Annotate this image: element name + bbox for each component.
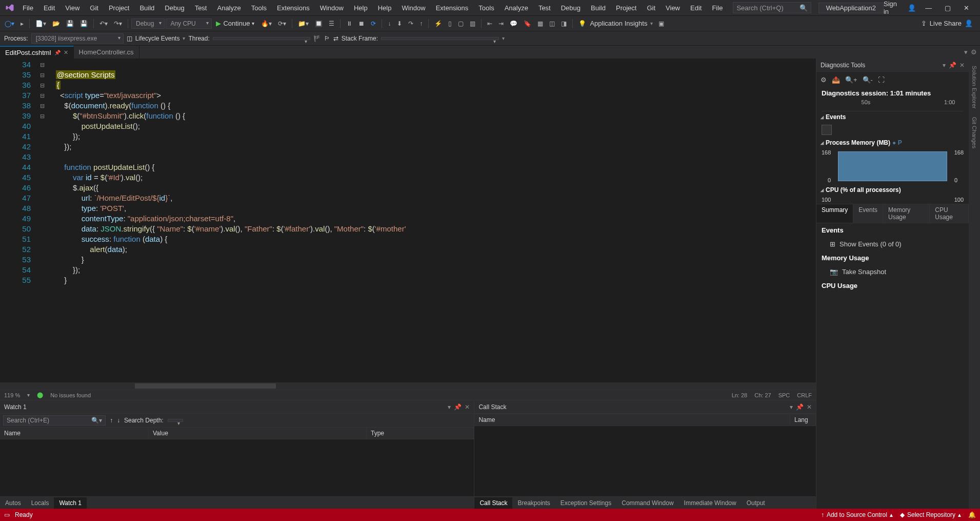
memory-chart[interactable]: 168 168 0 0 [822, 149, 964, 183]
menu-edit[interactable]: Edit [685, 1, 707, 15]
code-content[interactable]: @section Scripts { <script type="text/ja… [47, 59, 816, 382]
bottom-tab-immediate-window[interactable]: Immediate Window [679, 497, 742, 509]
menu-project[interactable]: Project [611, 1, 642, 15]
menu-analyze[interactable]: Analyze [212, 1, 246, 15]
menu-test[interactable]: Test [533, 1, 556, 15]
menu-build[interactable]: Build [134, 1, 159, 15]
config-dropdown[interactable]: Debug [131, 18, 165, 29]
pause-icon[interactable]: ⏸ [344, 18, 355, 29]
col-type[interactable]: Type [367, 428, 474, 439]
step-into-icon[interactable]: ⬇ [394, 18, 405, 29]
diag-tab-memory-usage[interactable]: Memory Usage [883, 204, 930, 223]
bottom-tab-exception-settings[interactable]: Exception Settings [555, 497, 616, 509]
line-ending[interactable]: CRLF [797, 392, 812, 398]
panel-close-icon[interactable]: ✕ [807, 403, 812, 411]
menu-tools[interactable]: Tools [473, 1, 499, 15]
panel-pin-icon[interactable]: 📌 [454, 403, 462, 411]
tb-icon-9[interactable]: ◨ [558, 18, 569, 29]
new-project-icon[interactable]: 📄▾ [33, 18, 49, 29]
tb-icon-7[interactable]: ▦ [535, 18, 546, 29]
continue-button[interactable]: ▶Continue▾ [213, 18, 257, 28]
panel-close-icon[interactable]: ✕ [959, 62, 965, 69]
redo-icon[interactable]: ↷▾ [111, 18, 125, 29]
maximize-button[interactable]: ▢ [941, 2, 954, 13]
show-events-action[interactable]: ⊞Show Events (0 of 0) [816, 237, 969, 251]
lifecycle-label[interactable]: Lifecycle Events [135, 35, 180, 42]
notification-icon[interactable]: 🔔 [968, 511, 976, 518]
memory-header[interactable]: Process Memory (MB) ● P [816, 137, 969, 148]
nav-back-button[interactable]: ◯▾ [2, 18, 17, 29]
diag-tab-events[interactable]: Events [853, 204, 883, 223]
solution-explorer-tab[interactable]: Solution Explorer [970, 62, 978, 113]
depth-dropdown[interactable] [168, 419, 183, 422]
nav-fwd-button[interactable]: ▸ [18, 18, 26, 29]
save-all-icon[interactable]: 💾 [77, 18, 90, 29]
tb-icon-8[interactable]: ◫ [547, 18, 557, 29]
menu-window[interactable]: Window [315, 1, 349, 15]
minimize-button[interactable]: — [922, 2, 935, 13]
browser-link-icon[interactable]: 📁▾ [295, 18, 311, 29]
col-name[interactable]: Name [0, 428, 149, 439]
undo-icon[interactable]: ↶▾ [97, 18, 110, 29]
panel-dropdown-icon[interactable]: ▾ [943, 62, 946, 69]
panel-dropdown-icon[interactable]: ▾ [448, 403, 451, 411]
watch-body[interactable] [0, 439, 474, 496]
stop-icon[interactable]: ⏹ [356, 18, 367, 29]
lifecycle-icon[interactable]: ◫ [127, 35, 132, 42]
live-share-icon[interactable]: ⇪ [921, 20, 927, 27]
menu-project[interactable]: Project [104, 1, 134, 15]
bottom-tab-breakpoints[interactable]: Breakpoints [512, 497, 555, 509]
menu-view[interactable]: View [60, 1, 85, 15]
col-name[interactable]: Name [474, 414, 790, 426]
indent-less-icon[interactable]: ⇤ [485, 18, 495, 29]
diag-timeline[interactable]: 50s 1:00 [822, 99, 964, 111]
zoom-level[interactable]: 119 % [4, 392, 20, 398]
tb-icon-6[interactable]: ▥ [467, 18, 478, 29]
live-share-button[interactable]: Live Share [930, 20, 962, 27]
indent-mode[interactable]: SPC [778, 392, 790, 398]
tb-icon-5[interactable]: ▢ [455, 18, 466, 29]
indent-more-icon[interactable]: ⇥ [496, 18, 506, 29]
menu-help[interactable]: Help [349, 1, 373, 15]
diag-zoomin-icon[interactable]: 🔍+ [845, 76, 857, 84]
show-next-icon[interactable]: ↓ [385, 18, 393, 29]
pin-icon[interactable]: 📌 [54, 50, 61, 55]
horizontal-scrollbar[interactable] [0, 382, 816, 390]
tb-icon-3[interactable]: ⚡ [432, 18, 445, 29]
bookmark-icon[interactable]: 🔖 [521, 18, 534, 29]
cpu-header[interactable]: CPU (% of all processors) [816, 184, 969, 196]
bottom-tab-watch-1[interactable]: Watch 1 [54, 497, 87, 509]
diag-tab-summary[interactable]: Summary [816, 204, 853, 223]
browser-refresh-icon[interactable]: ⟳▾ [275, 18, 289, 29]
bottom-tab-command-window[interactable]: Command Window [616, 497, 678, 509]
panel-close-icon[interactable]: ✕ [465, 403, 470, 411]
menu-window[interactable]: Window [396, 1, 430, 15]
comment-icon[interactable]: 💬 [507, 18, 520, 29]
panel-dropdown-icon[interactable]: ▾ [790, 403, 793, 411]
menu-extensions[interactable]: Extensions [272, 1, 315, 15]
stack-dropdown[interactable] [381, 37, 499, 40]
step-out-icon[interactable]: ↑ [417, 18, 425, 29]
tab-homecontroller[interactable]: HomeController.cs [74, 46, 139, 59]
menu-extensions[interactable]: Extensions [431, 1, 474, 15]
insights-dropdown[interactable]: Application Insights [590, 20, 647, 27]
platform-dropdown[interactable]: Any CPU [166, 18, 212, 29]
global-search-input[interactable]: Search (Ctrl+Q) 🔍 [733, 2, 811, 13]
col-lang[interactable]: Lang [790, 414, 816, 426]
menu-debug[interactable]: Debug [556, 1, 586, 15]
menu-help[interactable]: Help [373, 1, 397, 15]
menu-debug[interactable]: Debug [159, 1, 189, 15]
fold-gutter[interactable]: ⊟⊟⊟⊟⊟⊟ [37, 59, 47, 382]
menu-git[interactable]: Git [642, 1, 661, 15]
bottom-tab-locals[interactable]: Locals [26, 497, 54, 509]
menu-build[interactable]: Build [586, 1, 611, 15]
thread-dropdown[interactable] [213, 37, 310, 40]
issues-text[interactable]: No issues found [50, 392, 91, 398]
down-icon[interactable]: ↓ [117, 417, 120, 424]
tb-icon-1[interactable]: 🔲 [312, 18, 325, 29]
diag-export-icon[interactable]: 📤 [832, 76, 840, 84]
menu-git[interactable]: Git [85, 1, 104, 15]
tab-editpost[interactable]: EditPost.cshtml 📌 ✕ [0, 46, 74, 59]
bottom-tab-output[interactable]: Output [742, 497, 770, 509]
git-changes-tab[interactable]: Git Changes [970, 113, 978, 152]
